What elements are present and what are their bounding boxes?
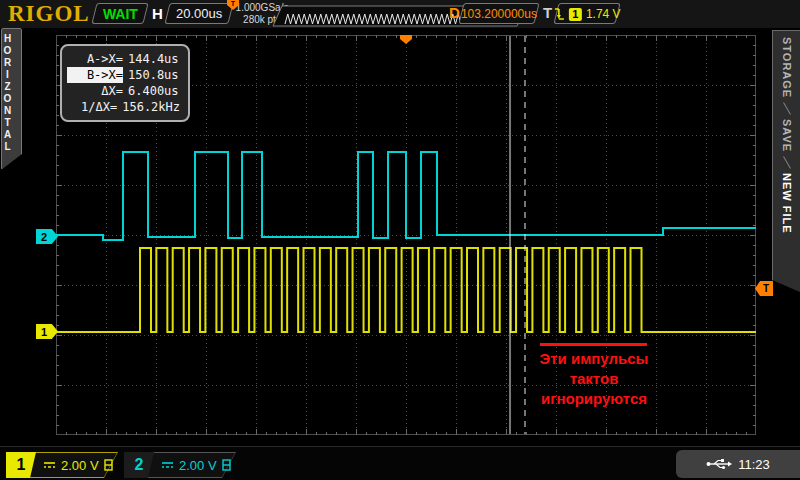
annotation-underline [540,343,647,346]
delay-value: 103.200000us [461,7,537,21]
annotation-line: игнорируются [515,389,673,409]
measure-label: 1/ΔX= [67,99,117,115]
measure-row: 1/ΔX= 156.2kHz [67,99,180,115]
channel2-waveform [56,152,756,240]
channel1-position-marker[interactable]: 1 [36,324,58,339]
measure-label: A->X= [67,51,123,67]
measure-value: 144.4us [128,51,179,67]
measure-value: 6.400us [128,83,179,99]
measure-row: ΔX= 6.400us [67,83,180,99]
horizontal-menu-tab-label: HORIZONTAL [2,33,21,153]
trigger-badge[interactable]: 1 1.74 V [553,3,620,24]
vertical-expand-icon [222,459,231,471]
delay-label: D [449,4,460,21]
trigger-level-marker[interactable]: T [755,281,773,296]
cursor-measurement-box: A->X= 144.4us B->X= 150.8us ΔX= 6.400us … [60,44,190,122]
vertical-expand-icon [104,459,113,471]
oscilloscope-screen: RIGOL WAIT H 20.00us 1.000GSa/s 280k pts… [0,0,800,480]
channel2-scale: 2.00 V [179,458,217,473]
measure-row: B->X= 150.8us [67,67,180,83]
top-status-bar: RIGOL WAIT H 20.00us 1.000GSa/s 280k pts… [0,0,800,28]
trigger-level-value: 1.74 V [586,7,621,21]
dc-coupling-icon [43,460,56,470]
tab-storage[interactable]: STORAGE [781,31,793,104]
storage-menu-tabs: STORAGE SAVE NEW FILE [772,30,800,292]
falling-edge-icon [554,7,565,21]
measure-label: ΔX= [67,83,123,99]
annotation-line: Эти импульсы [515,349,673,369]
timebase-badge[interactable]: 20.00us [164,3,233,24]
measure-row: A->X= 144.4us [67,51,180,67]
trigger-position-marker[interactable] [400,35,412,44]
clock-time: 11:23 [738,457,770,472]
channel1-badge[interactable]: 1 2.00 V [6,452,118,478]
tab-save[interactable]: SAVE [781,113,793,158]
measure-value: 156.2kHz [122,99,180,115]
svg-text:T: T [231,0,236,7]
channel1-scale: 2.00 V [61,458,99,473]
delay-badge[interactable]: 103.200000us [458,3,539,24]
horizontal-menu-tab[interactable]: HORIZONTAL [1,28,22,170]
trigger-section-label: T [543,4,552,21]
bottom-status-bar: 1 2.00 V 2 2.00 V [0,446,800,480]
horizontal-label: H [152,5,163,22]
channel2-position-marker[interactable]: 2 [36,229,58,244]
trigger-position-memory-icon[interactable]: T [227,0,239,10]
rigol-logo: RIGOL [8,1,90,27]
run-status-badge: WAIT [91,3,148,24]
channel2-badge[interactable]: 2 2.00 V [124,452,236,478]
timebase-value: 20.00us [176,6,222,21]
clock-panel: 11:23 [676,450,800,478]
usb-icon [706,458,732,470]
measure-label-selected: B->X= [67,67,123,83]
trigger-source-channel: 1 [569,7,582,20]
tab-new-file[interactable]: NEW FILE [781,167,793,240]
annotation-text: Эти импульсы тактов игнорируются [515,349,673,409]
annotation-line: тактов [515,369,673,389]
measure-value: 150.8us [128,67,179,83]
dc-coupling-icon [161,460,174,470]
run-status-text: WAIT [103,6,138,22]
